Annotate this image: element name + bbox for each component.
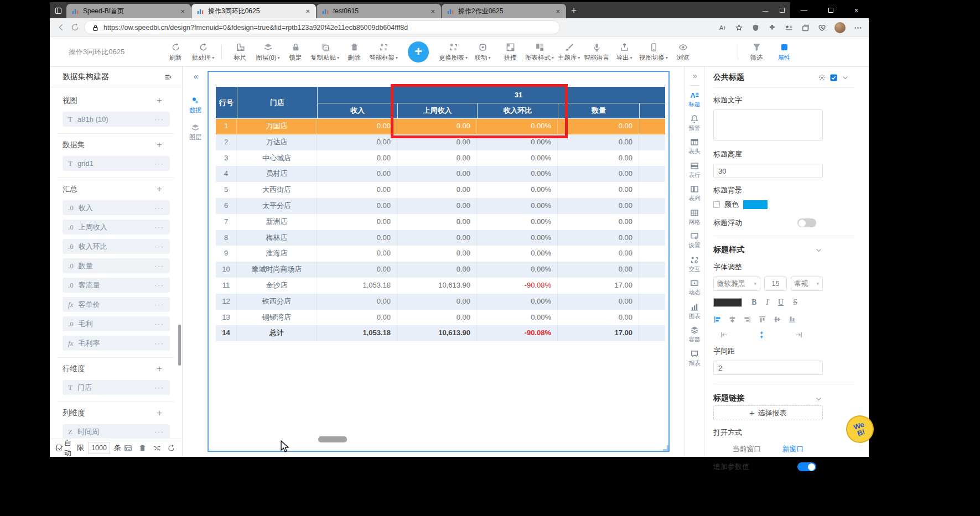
add-field-button[interactable]: + bbox=[157, 139, 162, 150]
toolbar-linkage-button[interactable]: 联动▾ bbox=[469, 41, 496, 61]
panel-tab-表头[interactable]: 表头 bbox=[689, 138, 701, 155]
title-height-input[interactable] bbox=[713, 164, 823, 178]
chevron-down-icon[interactable] bbox=[815, 394, 823, 403]
panel-tab-预警[interactable]: 预警 bbox=[689, 114, 701, 132]
toolbar-theme-button[interactable]: 主题库▾ bbox=[555, 41, 583, 61]
field-more-icon[interactable]: ··· bbox=[154, 263, 164, 269]
table-row[interactable]: 6太平分店0.000.000.00%0.00 bbox=[216, 198, 665, 214]
gear-icon[interactable] bbox=[818, 73, 826, 82]
add-field-button[interactable]: + bbox=[157, 95, 162, 106]
field-more-icon[interactable]: ··· bbox=[154, 117, 164, 122]
table-row[interactable]: 12铁西分店0.000.000.00%0.00 bbox=[216, 294, 665, 310]
table-row[interactable]: 8梅林店0.000.000.00%0.00 bbox=[216, 230, 665, 246]
browser-tab[interactable]: 操作2作业0625× bbox=[442, 4, 566, 18]
toolbar-lock-button[interactable]: 锁定 bbox=[282, 41, 309, 61]
address-bar[interactable]: https://ow.speedbi.cn/design?fmenuid=0&f… bbox=[84, 20, 560, 34]
panel-tab-图表[interactable]: 图表 bbox=[689, 303, 701, 320]
tab-close-icon[interactable]: × bbox=[554, 7, 561, 15]
toolbar-smart-button[interactable]: 更换图表▾ bbox=[438, 41, 469, 61]
table-horizontal-scrollbar[interactable] bbox=[318, 436, 347, 442]
sql-window-icon[interactable] bbox=[124, 444, 132, 452]
align-bottom-button[interactable] bbox=[788, 315, 796, 324]
table-row[interactable]: 5大西街店0.000.000.00%0.00 bbox=[216, 182, 665, 198]
limit-input[interactable] bbox=[88, 442, 110, 454]
sidebar-filter-collapse-icon[interactable] bbox=[164, 72, 172, 82]
field-chip[interactable]: .0毛利··· bbox=[63, 316, 170, 331]
refresh-data-icon[interactable] bbox=[167, 444, 175, 452]
panel-tab-表行[interactable]: 表行 bbox=[689, 161, 701, 179]
clear-trash-icon[interactable] bbox=[138, 444, 147, 452]
add-field-button[interactable]: + bbox=[157, 184, 162, 195]
font-size-input[interactable]: 15 bbox=[764, 277, 787, 291]
table-row[interactable]: 13铜锣湾店0.000.000.00%0.00 bbox=[216, 310, 665, 326]
toolbar-trash-button[interactable]: 删除 bbox=[340, 41, 368, 61]
new-tab-button[interactable]: + bbox=[571, 5, 577, 16]
panel-tab-动态[interactable]: 动态 bbox=[689, 279, 701, 296]
table-row[interactable]: 14总计1,053.1810,613.90-90.08%17.00 bbox=[216, 325, 665, 341]
title-text-input[interactable] bbox=[713, 110, 823, 140]
toolbar-refresh-button[interactable]: 批处理▾ bbox=[189, 41, 217, 61]
toolbar-funnel-button[interactable]: 筛选 bbox=[743, 41, 770, 61]
widget-canvas[interactable]: 行号 门店 31 收入上周收入收入环比数量 1万国店0.000.000.00%0… bbox=[208, 71, 670, 452]
collections-icon[interactable] bbox=[801, 23, 810, 33]
toolbar-viewswitch-button[interactable]: 视图切换▾ bbox=[638, 41, 669, 61]
field-more-icon[interactable]: ··· bbox=[154, 429, 164, 435]
title-float-toggle[interactable] bbox=[797, 218, 816, 227]
collapse-section-icon[interactable] bbox=[841, 73, 849, 82]
toolbar-paste-button[interactable]: 复制粘贴▾ bbox=[309, 41, 340, 61]
field-more-icon[interactable]: ··· bbox=[154, 161, 164, 166]
field-chip[interactable]: .0收入··· bbox=[63, 200, 170, 215]
sidebar-scrollbar[interactable] bbox=[178, 325, 181, 366]
field-chip[interactable]: .0数量··· bbox=[63, 258, 170, 273]
open-current-window-option[interactable]: 当前窗口 bbox=[733, 444, 761, 454]
table-row[interactable]: 11金沙店1,053.1810,613.90-90.08%17.00 bbox=[216, 278, 665, 294]
browser-minimize-button[interactable]: — bbox=[757, 7, 774, 14]
table-row[interactable]: 9淮海店0.000.000.00%0.00 bbox=[216, 246, 665, 262]
canvas-resize-handle[interactable] bbox=[663, 445, 668, 451]
select-report-button[interactable]: + 选择报表 bbox=[713, 405, 823, 420]
tab-close-icon[interactable]: × bbox=[304, 7, 311, 15]
shuffle-icon[interactable] bbox=[153, 444, 161, 452]
panel-tab-网格[interactable]: 网格 bbox=[689, 209, 701, 226]
toolbar-chartstyle-button[interactable]: 图表样式▾ bbox=[524, 41, 555, 61]
toolbar-props-button[interactable]: 属性 bbox=[770, 41, 798, 61]
tab-close-icon[interactable]: × bbox=[429, 7, 436, 15]
field-more-icon[interactable]: ··· bbox=[154, 205, 164, 211]
table-row[interactable]: 3中心城店0.000.000.00%0.00 bbox=[216, 150, 665, 166]
panel-tab-设置[interactable]: 设置 bbox=[689, 232, 701, 249]
table-row[interactable]: 7新洲店0.000.000.00%0.00 bbox=[216, 214, 665, 230]
panel-tab-交互[interactable]: 交互 bbox=[689, 256, 701, 273]
read-aloud-icon[interactable]: A bbox=[718, 23, 727, 33]
back-icon[interactable] bbox=[56, 23, 66, 32]
toolbar-mosaic-button[interactable]: 拼接 bbox=[496, 41, 524, 61]
toolbar-mic-button[interactable]: 智能语言 bbox=[583, 41, 610, 61]
favorites-bar-icon[interactable] bbox=[785, 23, 793, 33]
add-field-button[interactable]: + bbox=[157, 363, 162, 374]
bold-button[interactable]: B bbox=[751, 298, 756, 307]
field-more-icon[interactable]: ··· bbox=[154, 302, 164, 307]
toolbar-ruler-button[interactable]: 标尺 bbox=[226, 41, 254, 61]
toolbar-smart-button[interactable]: 智能框架▾ bbox=[368, 41, 399, 61]
field-chip[interactable]: .0上周收入··· bbox=[63, 220, 170, 234]
browser-tab[interactable]: Speed-BI首页× bbox=[66, 4, 191, 18]
strikethrough-button[interactable]: S bbox=[793, 298, 797, 307]
field-chip[interactable]: Tgrid1··· bbox=[63, 156, 170, 171]
bg-color-checkbox[interactable] bbox=[713, 201, 720, 208]
toolbar-eye-button[interactable]: 浏览 bbox=[669, 41, 697, 61]
align-left-button[interactable] bbox=[713, 315, 722, 324]
panel-tab-报表[interactable]: 报表 bbox=[689, 350, 701, 367]
tab-workspaces-icon[interactable] bbox=[50, 2, 66, 18]
field-chip[interactable]: Ta81h (10)··· bbox=[63, 112, 170, 127]
browser-restore-button[interactable] bbox=[774, 7, 790, 14]
favorite-star-icon[interactable] bbox=[735, 23, 743, 33]
browser-tab[interactable]: 操作3同环比0625× bbox=[191, 4, 316, 18]
collapse-panel-icon[interactable]: « bbox=[194, 71, 197, 81]
append-param-toggle[interactable] bbox=[797, 462, 816, 471]
window-minimize-button[interactable]: — bbox=[801, 7, 807, 14]
field-chip[interactable]: fx毛利率··· bbox=[63, 336, 170, 351]
field-more-icon[interactable]: ··· bbox=[154, 341, 164, 346]
open-new-window-option[interactable]: 新窗口 bbox=[782, 444, 804, 454]
to-start-button[interactable] bbox=[720, 330, 728, 339]
browser-tab[interactable]: test0615× bbox=[317, 4, 441, 18]
align-center-button[interactable] bbox=[728, 315, 737, 324]
